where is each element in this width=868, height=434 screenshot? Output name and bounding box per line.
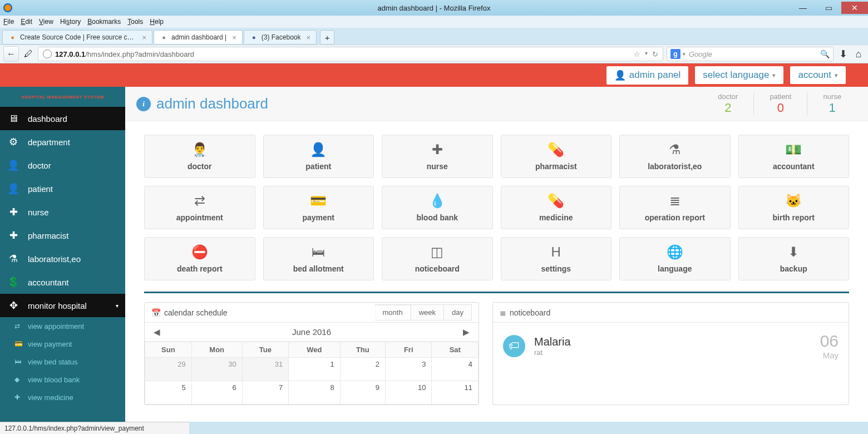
calendar-cell[interactable]: 4 (432, 358, 479, 381)
sidebar-item-monitor-hospital[interactable]: ✥ monitor hospital ▾ (0, 294, 125, 317)
tile-icon: ◫ (431, 244, 443, 260)
firefox-icon (3, 3, 12, 12)
calendar-cell[interactable]: 5 (145, 381, 192, 405)
window-minimize-button[interactable]: — (790, 2, 816, 14)
tile-patient[interactable]: 👤patient (263, 135, 374, 178)
window-maximize-button[interactable]: ▭ (816, 2, 841, 14)
admin-panel-button[interactable]: 👤 admin panel (606, 66, 689, 85)
tile-backup[interactable]: ⬇backup (738, 237, 850, 280)
tile-operationreport[interactable]: ≣operation report (619, 186, 731, 229)
window-titlebar: admin dashboard | - Mozilla Firefox — ▭ … (0, 0, 868, 16)
calendar-next-button[interactable]: ▶ (454, 327, 479, 337)
calendar-cell[interactable]: 11 (432, 381, 479, 405)
subitem-label: view medicine (28, 393, 73, 402)
sidebar-item-accountant[interactable]: 💲accountant (0, 270, 125, 294)
new-tab-button[interactable]: + (320, 30, 334, 45)
lastpass-icon[interactable]: 🖊 (22, 46, 34, 62)
tile-birthreport[interactable]: 🐱birth report (738, 186, 850, 229)
calendar-view-day[interactable]: day (444, 304, 472, 320)
tile-settings[interactable]: Hsettings (501, 237, 612, 280)
google-engine-icon[interactable]: g (670, 49, 680, 59)
menu-edit[interactable]: Edit (21, 18, 32, 26)
calendar-dow: Thu (340, 342, 385, 358)
browser-tab[interactable]: ●admin dashboard |× (154, 30, 243, 45)
calendar-cell[interactable]: 29 (145, 358, 192, 381)
tile-deathreport[interactable]: ⛔death report (144, 237, 255, 280)
calendar-cell[interactable]: 1 (289, 358, 341, 381)
dropdown-history-icon[interactable]: ▾ (645, 50, 648, 58)
page-content: 👤 admin panel select language ▾ account … (0, 63, 868, 422)
tab-close-icon[interactable]: × (306, 33, 310, 42)
tile-bedallotment[interactable]: 🛏bed allotment (263, 237, 374, 280)
menu-help[interactable]: Help (150, 18, 164, 26)
tile-icon: ⬇ (788, 244, 799, 260)
sidebar-item-nurse[interactable]: ✚nurse (0, 200, 125, 224)
tile-accountant[interactable]: 💵accountant (738, 135, 850, 178)
sidebar-subitem[interactable]: 🛏view bed status (0, 353, 125, 371)
calendar-cell[interactable]: 8 (289, 381, 341, 405)
menu-history[interactable]: History (60, 18, 81, 26)
calendar-view-week[interactable]: week (411, 304, 444, 320)
bookmark-star-icon[interactable]: ☆ (634, 50, 640, 58)
tile-payment[interactable]: 💳payment (263, 186, 374, 229)
back-button[interactable]: ← (3, 46, 19, 62)
page-title: admin dashboard (156, 95, 268, 112)
notice-item[interactable]: 🏷 Malaria rat 06 May (493, 323, 849, 369)
tile-laboratoristeo[interactable]: ⚗laboratorist,eo (619, 135, 731, 178)
tile-bloodbank[interactable]: 💧blood bank (382, 186, 493, 229)
sidebar-item-patient[interactable]: 👤patient (0, 177, 125, 200)
window-close-button[interactable]: ✕ (841, 2, 868, 14)
menu-view[interactable]: View (39, 18, 53, 26)
tab-close-icon[interactable]: × (232, 33, 236, 42)
tile-language[interactable]: 🌐language (619, 237, 731, 280)
select-language-label: select language (703, 70, 769, 81)
calendar-prev-button[interactable]: ◀ (145, 327, 169, 337)
calendar-cell[interactable]: 10 (386, 381, 432, 405)
calendar-cell[interactable]: 6 (191, 381, 242, 405)
menu-tools[interactable]: Tools (127, 18, 143, 26)
tab-favicon: ● (160, 33, 168, 42)
downloads-button[interactable]: ⬇ (837, 46, 849, 62)
tile-noticeboard[interactable]: ◫noticeboard (382, 237, 493, 280)
sidebar-item-doctor[interactable]: 👤doctor (0, 154, 125, 177)
user-icon: 👤 (614, 70, 626, 81)
menu-file[interactable]: File (3, 18, 14, 26)
sidebar-subitem[interactable]: ✚view medicine (0, 388, 125, 406)
sidebar-item-department[interactable]: ⚙department (0, 130, 125, 154)
calendar-cell[interactable]: 2 (340, 358, 385, 381)
sidebar-subitem[interactable]: 💳view payment (0, 335, 125, 353)
sidebar-subitem[interactable]: ⇄view appointment (0, 317, 125, 335)
browser-tab[interactable]: ●(3) Facebook× (244, 30, 317, 45)
browser-tab[interactable]: ●Create Source Code | Free source cod...… (2, 30, 152, 45)
stat-nurse: nurse1 (807, 92, 857, 115)
search-engine-dropdown-icon[interactable]: ▾ (683, 51, 685, 57)
tile-nurse[interactable]: ✚nurse (382, 135, 493, 178)
tile-pharmacist[interactable]: 💊pharmacist (501, 135, 612, 178)
sidebar-item-pharmacist[interactable]: ✚pharmacist (0, 224, 125, 247)
account-button[interactable]: account ▾ (790, 66, 846, 84)
menu-bookmarks[interactable]: Bookmarks (87, 18, 121, 26)
calendar-cell[interactable]: 30 (191, 358, 242, 381)
sidebar-subitem[interactable]: ◆view blood bank (0, 371, 125, 388)
tile-doctor[interactable]: 👨‍⚕️doctor (144, 135, 255, 178)
calendar-view-month[interactable]: month (375, 304, 411, 320)
select-language-button[interactable]: select language ▾ (695, 66, 783, 84)
home-button[interactable]: ⌂ (852, 46, 865, 62)
tile-medicine[interactable]: 💊medicine (501, 186, 612, 229)
reload-icon[interactable]: ↻ (652, 50, 658, 58)
calendar-cell[interactable]: 7 (242, 381, 288, 405)
tile-label: birth report (773, 213, 815, 222)
tab-close-icon[interactable]: × (142, 33, 146, 42)
sidebar-item-laboratoristeo[interactable]: ⚗laboratorist,eo (0, 247, 125, 270)
tile-icon: 🌐 (667, 244, 683, 260)
tab-favicon: ● (8, 33, 17, 42)
search-icon[interactable]: 🔍 (820, 50, 830, 58)
sidebar-item-dashboard[interactable]: 🖥dashboard (0, 107, 125, 130)
tile-label: appointment (176, 213, 223, 222)
calendar-cell[interactable]: 9 (340, 381, 385, 405)
calendar-cell[interactable]: 31 (242, 358, 288, 381)
calendar-cell[interactable]: 3 (386, 358, 432, 381)
tile-appointment[interactable]: ⇄appointment (144, 186, 255, 229)
address-bar[interactable]: 127.0.0.1/hms/index.php?admin/dashboard … (38, 47, 663, 61)
search-bar[interactable]: g ▾ Google 🔍 (667, 47, 834, 61)
